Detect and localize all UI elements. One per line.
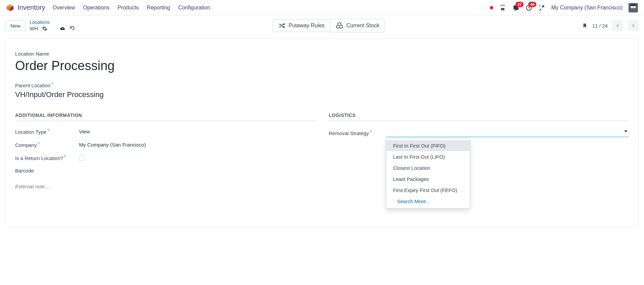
messages-badge: 27 [515, 2, 524, 7]
svg-rect-3 [501, 8, 502, 9]
boxes-icon [336, 22, 343, 29]
svg-rect-12 [631, 6, 633, 8]
dropdown-search-more[interactable]: Search More... [386, 196, 470, 207]
help-icon[interactable]: ? [369, 130, 371, 134]
row-company: Company? My Company (San Francisco) [15, 141, 315, 148]
svg-rect-13 [634, 6, 636, 8]
barcode-label: Barcode [15, 168, 34, 173]
company-value[interactable]: My Company (San Francisco) [79, 142, 146, 148]
menu-item-operations[interactable]: Operations [83, 5, 109, 11]
help-icon[interactable]: ? [47, 128, 49, 132]
menu-item-overview[interactable]: Overview [52, 5, 75, 11]
chevron-down-icon [624, 130, 628, 132]
location-name-value[interactable]: Order Processing [15, 59, 629, 73]
undo-icon[interactable] [70, 26, 75, 31]
dropdown-option[interactable]: Least Packages [386, 173, 470, 185]
app-title: Inventory [17, 4, 45, 11]
prev-button[interactable] [612, 20, 623, 31]
activities-icon[interactable]: 44 [526, 4, 532, 11]
form-card: Location Name Order Processing Parent Lo… [5, 38, 639, 227]
location-name-label: Location Name [15, 51, 629, 57]
menu-item-products[interactable]: Products [117, 5, 139, 11]
help-icon[interactable]: ? [64, 155, 66, 159]
next-button[interactable] [628, 20, 639, 31]
location-type-label: Location Type [15, 129, 46, 135]
removal-strategy-input[interactable] [386, 128, 629, 137]
dropdown-option[interactable]: First In First Out (FIFO) [386, 140, 470, 151]
top-nav: Inventory Overview Operations Products R… [0, 0, 644, 15]
row-barcode: Barcode [15, 168, 315, 173]
row-removal-strategy: Removal Strategy? First In First Out (FI… [329, 128, 629, 137]
new-button[interactable]: New [5, 21, 26, 31]
menu-item-reporting[interactable]: Reporting [147, 5, 170, 11]
nav-right: 27 44 My Company (San Francisco) [490, 3, 638, 12]
svg-rect-14 [631, 4, 636, 6]
control-bar: New Locations WH Putaway Rules [0, 15, 644, 38]
right-controls: 11 / 24 [582, 20, 639, 31]
pager[interactable]: 11 / 24 [592, 23, 608, 29]
breadcrumb-link-locations[interactable]: Locations [30, 19, 75, 25]
logistics-section: LOGISTICS Removal Strategy? First In Fir… [329, 113, 629, 189]
return-location-checkbox[interactable] [79, 155, 84, 161]
parent-location-label: Parent Location? [15, 82, 629, 88]
external-note-input[interactable] [15, 184, 315, 189]
row-location-type: Location Type? View [15, 128, 315, 135]
putaway-rules-button[interactable]: Putaway Rules [272, 19, 330, 32]
putaway-rules-label: Putaway Rules [289, 23, 325, 29]
section-logistics-header: LOGISTICS [329, 113, 629, 121]
phone-icon[interactable] [499, 4, 506, 11]
svg-rect-5 [504, 8, 504, 9]
dropdown-option[interactable]: Last In First Out (LIFO) [386, 151, 470, 162]
current-stock-button[interactable]: Current Stock [330, 19, 385, 32]
bookmark-icon[interactable] [582, 22, 587, 29]
removal-strategy-label: Removal Strategy [329, 130, 369, 136]
recording-indicator-icon [490, 6, 493, 9]
dropdown-panel: First In First Out (FIFO) Last In First … [386, 138, 470, 209]
activities-badge: 44 [528, 2, 536, 7]
app-logo-icon [6, 4, 14, 12]
shuffle-icon [278, 22, 285, 29]
row-return-location: Is a Return Location?? [15, 155, 315, 161]
cloud-upload-icon[interactable] [60, 26, 66, 31]
gear-icon[interactable] [42, 26, 47, 31]
additional-info-section: ADDITIONAL INFORMATION Location Type? Vi… [15, 113, 315, 189]
return-location-label: Is a Return Location? [15, 155, 63, 161]
company-label: Company [15, 142, 37, 148]
breadcrumb-current: WH [30, 25, 75, 32]
removal-strategy-dropdown[interactable]: First In First Out (FIFO) Last In First … [386, 128, 629, 137]
company-name[interactable]: My Company (San Francisco) [551, 5, 622, 11]
messages-icon[interactable]: 27 [512, 4, 520, 11]
parent-location-value[interactable]: VH/Input/Order Processing [15, 90, 629, 99]
svg-rect-6 [501, 9, 502, 10]
dropdown-option[interactable]: Closest Location [386, 162, 470, 173]
breadcrumb-current-text: WH [30, 25, 38, 32]
section-additional-header: ADDITIONAL INFORMATION [15, 113, 315, 121]
main-menu: Overview Operations Products Reporting C… [52, 5, 210, 11]
svg-rect-7 [503, 9, 503, 10]
svg-rect-4 [503, 8, 503, 9]
help-icon[interactable]: ? [51, 82, 53, 86]
dropdown-option[interactable]: First Expiry First Out (FEFO) [386, 185, 470, 196]
user-avatar[interactable] [629, 3, 638, 12]
menu-item-configuration[interactable]: Configuration [178, 5, 210, 11]
tools-icon[interactable] [538, 4, 545, 11]
location-type-value[interactable]: View [79, 129, 90, 134]
current-stock-label: Current Stock [347, 23, 380, 29]
breadcrumb: Locations WH [30, 19, 75, 32]
center-buttons: Putaway Rules Current Stock [272, 19, 385, 32]
help-icon[interactable]: ? [37, 141, 39, 146]
svg-rect-8 [504, 9, 504, 10]
